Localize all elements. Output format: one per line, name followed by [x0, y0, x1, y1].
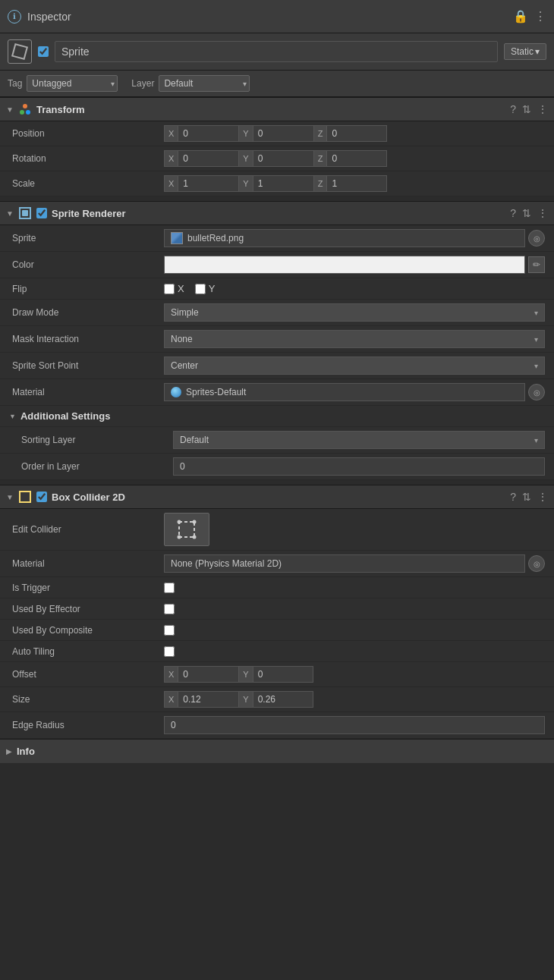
color-field[interactable]: [164, 256, 525, 274]
layer-label: Layer: [131, 78, 154, 89]
used-by-effector-checkbox[interactable]: [164, 604, 175, 614]
flip-y-checkbox[interactable]: [195, 284, 206, 294]
bc-settings-icon[interactable]: ⇅: [522, 491, 531, 503]
sprite-select-btn[interactable]: ◎: [528, 230, 545, 247]
box-collider-active-checkbox[interactable]: [36, 492, 47, 502]
sprite-sort-point-arrow: ▾: [534, 362, 538, 370]
rot-z-input[interactable]: [326, 150, 387, 167]
position-label: Position: [12, 128, 164, 139]
transform-menu-icon[interactable]: ⋮: [537, 103, 548, 115]
sprite-renderer-icon: [18, 206, 32, 220]
material-field[interactable]: Sprites-Default: [164, 383, 525, 401]
pos-z-input[interactable]: [326, 125, 387, 142]
cube-icon: [8, 39, 32, 64]
material-dot: [171, 387, 181, 397]
used-by-composite-checkbox[interactable]: [164, 625, 175, 636]
gameobject-name-input[interactable]: [55, 41, 498, 62]
scale-x-label: X: [164, 175, 178, 192]
sprite-renderer-section-header[interactable]: ▼ Sprite Renderer ? ⇅ ⋮: [0, 201, 554, 225]
sprite-label: Sprite: [12, 233, 164, 243]
sr-settings-icon[interactable]: ⇅: [522, 207, 531, 219]
used-by-effector-label: Used By Effector: [12, 604, 164, 614]
sprite-field[interactable]: bulletRed.png: [164, 229, 525, 247]
edge-radius-label: Edge Radius: [12, 720, 164, 730]
pos-z-label: Z: [313, 125, 327, 142]
size-y-input[interactable]: [253, 691, 313, 708]
bc-help-icon[interactable]: ?: [510, 491, 516, 503]
flip-x-label: X: [178, 283, 184, 294]
bc-material-select-btn[interactable]: ◎: [528, 555, 545, 572]
offset-row: Offset X Y: [0, 662, 554, 687]
edge-radius-input[interactable]: [164, 716, 545, 734]
static-button[interactable]: Static ▾: [504, 43, 546, 60]
sprite-renderer-active-checkbox[interactable]: [36, 208, 47, 218]
transform-help-icon[interactable]: ?: [510, 103, 516, 115]
tag-select[interactable]: Untagged: [27, 75, 118, 92]
pos-y-label: Y: [238, 125, 252, 142]
auto-tiling-checkbox[interactable]: [164, 646, 175, 657]
gameobject-active-checkbox[interactable]: [38, 46, 49, 57]
rot-y-input[interactable]: [253, 150, 313, 167]
scale-z-label: Z: [313, 175, 327, 192]
bc-material-field[interactable]: None (Physics Material 2D): [164, 554, 525, 573]
flip-x-checkbox[interactable]: [164, 284, 175, 294]
transform-section-header[interactable]: ▼ Transform ? ⇅ ⋮: [0, 97, 554, 121]
size-label: Size: [12, 694, 164, 705]
bc-menu-icon[interactable]: ⋮: [537, 491, 548, 503]
color-edit-icon[interactable]: ✏: [528, 256, 545, 273]
order-in-layer-input[interactable]: [173, 457, 545, 476]
color-label: Color: [12, 259, 164, 270]
info-title: Info: [17, 746, 35, 757]
inspector-title: Inspector: [27, 11, 513, 23]
offset-x-input[interactable]: [178, 666, 238, 683]
is-trigger-checkbox[interactable]: [164, 583, 175, 593]
info-collapse-arrow: ▶: [6, 747, 12, 755]
size-value: X Y: [164, 691, 545, 708]
sprite-sort-point-dropdown[interactable]: Center ▾: [164, 357, 545, 375]
sr-menu-icon[interactable]: ⋮: [537, 207, 548, 219]
offset-x-label: X: [164, 666, 178, 683]
svg-point-5: [193, 520, 197, 524]
additional-settings-header[interactable]: ▼ Additional Settings: [0, 406, 554, 427]
draw-mode-dropdown[interactable]: Simple ▾: [164, 303, 545, 322]
lock-icon[interactable]: 🔒: [513, 9, 528, 24]
scale-x-input[interactable]: [178, 175, 238, 192]
pos-x-input[interactable]: [178, 125, 238, 142]
scale-z-input[interactable]: [326, 175, 387, 192]
layer-select[interactable]: Default: [159, 75, 250, 92]
menu-icon[interactable]: ⋮: [534, 9, 546, 24]
position-row: Position X Y Z: [0, 121, 554, 146]
sorting-layer-dropdown[interactable]: Default ▾: [173, 431, 545, 449]
pos-y-input[interactable]: [253, 125, 313, 142]
offset-y-input[interactable]: [253, 666, 313, 683]
sr-material-label: Material: [12, 387, 164, 397]
flip-x-group: X: [164, 283, 184, 294]
offset-xy: X Y: [164, 666, 545, 683]
svg-point-0: [23, 104, 27, 108]
edit-collider-button[interactable]: [164, 513, 209, 546]
used-by-composite-value: [164, 625, 545, 636]
sr-material-value: Sprites-Default ◎: [164, 383, 545, 401]
transform-settings-icon[interactable]: ⇅: [522, 103, 531, 115]
additional-settings-title: Additional Settings: [20, 410, 110, 422]
sprite-sort-point-value: Center ▾: [164, 357, 545, 375]
transform-title: Transform: [36, 104, 505, 115]
sr-help-icon[interactable]: ?: [510, 207, 516, 219]
mask-interaction-row: Mask Interaction None ▾: [0, 326, 554, 353]
box-collider-section-header[interactable]: ▼ Box Collider 2D ? ⇅ ⋮: [0, 485, 554, 509]
tag-label: Tag: [8, 78, 22, 89]
offset-value: X Y: [164, 666, 545, 683]
rot-z-label: Z: [313, 150, 327, 167]
rot-x-input[interactable]: [178, 150, 238, 167]
tag-select-wrapper: Untagged: [27, 75, 118, 92]
sr-material-row: Material Sprites-Default ◎: [0, 379, 554, 406]
material-select-btn[interactable]: ◎: [528, 384, 545, 400]
flip-y-label: Y: [209, 283, 216, 294]
info-section[interactable]: ▶ Info: [0, 739, 554, 763]
mask-interaction-label: Mask Interaction: [12, 334, 164, 344]
mask-interaction-dropdown[interactable]: None ▾: [164, 330, 545, 348]
rotation-xyz: X Y Z: [164, 150, 545, 167]
size-x-input[interactable]: [178, 691, 238, 708]
sorting-layer-label: Sorting Layer: [21, 435, 173, 445]
scale-y-input[interactable]: [253, 175, 313, 192]
